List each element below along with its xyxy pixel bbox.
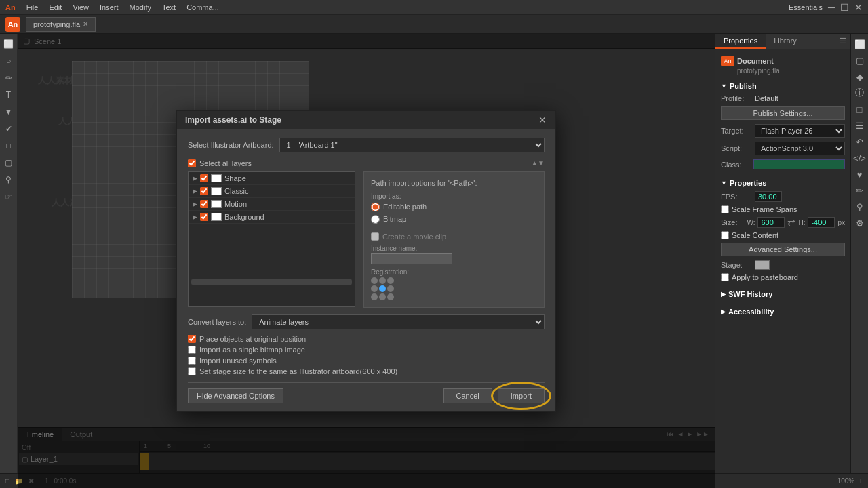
layer-check-motion[interactable] xyxy=(200,200,208,208)
class-input[interactable] xyxy=(753,159,845,169)
window-minimize[interactable]: ─ xyxy=(828,2,835,13)
advanced-settings-btn[interactable]: Advanced Settings... xyxy=(721,243,845,256)
rtool-3d[interactable]: ◆ xyxy=(852,69,867,84)
menu-text[interactable]: Text xyxy=(162,3,176,12)
h-value[interactable]: -400 xyxy=(808,217,835,228)
rtool-zoom[interactable]: ⚲ xyxy=(852,199,867,214)
menu-edit[interactable]: Edit xyxy=(49,3,62,12)
reg-dot-6[interactable] xyxy=(387,285,394,292)
script-select[interactable]: ActionScript 3.0 xyxy=(755,142,845,155)
fps-row: FPS: 30.00 xyxy=(721,189,845,204)
rtool-settings[interactable]: ⚙ xyxy=(852,216,867,230)
select-all-label[interactable]: Select all layers ▲▼ xyxy=(188,159,545,167)
radio-bitmap[interactable]: Bitmap xyxy=(371,215,537,224)
profile-row: Profile: Default xyxy=(721,92,845,104)
tab-properties[interactable]: Properties xyxy=(715,34,766,49)
menu-insert[interactable]: Insert xyxy=(100,3,119,12)
icon-shape[interactable]: ○ xyxy=(1,54,16,68)
layers-scrollbar[interactable] xyxy=(191,279,352,285)
left-icon-strip: ⬜ ○ ✏ T ▼ ✔ □ ▢ ⚲ ☞ xyxy=(0,34,18,488)
icon-eraser[interactable]: □ xyxy=(1,138,16,153)
swf-history-header[interactable]: ▶ SWF History xyxy=(721,288,845,300)
file-tab[interactable]: prototyping.fla ✕ xyxy=(26,17,96,32)
set-stage-size-label[interactable]: Set stage size to the same as Illustrato… xyxy=(188,367,545,375)
rtool-info[interactable]: ⓘ xyxy=(852,85,867,100)
reg-dot-1[interactable] xyxy=(371,277,378,284)
rtool-asset[interactable]: ♥ xyxy=(852,167,867,182)
rtool-align[interactable]: ☰ xyxy=(852,118,867,133)
essentials-label[interactable]: Essentials xyxy=(789,3,823,12)
import-unused-label[interactable]: Import unused symbols xyxy=(188,357,545,365)
create-movie-checkbox[interactable] xyxy=(371,232,379,241)
set-stage-size-checkbox[interactable] xyxy=(188,367,196,375)
status-zoom-in[interactable]: + xyxy=(859,477,863,485)
rtool-select[interactable]: ⬜ xyxy=(852,37,867,52)
swap-icon[interactable]: ⇄ xyxy=(787,217,795,228)
icon-pencil[interactable]: ✏ xyxy=(1,70,16,85)
radio-editable[interactable]: Editable path xyxy=(371,203,537,211)
layer-check-background[interactable] xyxy=(200,213,208,221)
status-icon-new[interactable]: □ xyxy=(5,477,9,485)
target-select[interactable]: Flash Player 26 xyxy=(755,124,845,138)
artboard-select[interactable]: 1 - "Artboard 1" xyxy=(279,138,545,152)
cancel-button[interactable]: Cancel xyxy=(443,388,492,403)
scale-frame-checkbox[interactable] xyxy=(721,205,729,214)
apply-pasteboard-checkbox[interactable] xyxy=(721,273,729,281)
rtool-transform[interactable]: □ xyxy=(852,102,867,117)
reg-dot-5[interactable] xyxy=(379,285,386,292)
import-single-bitmap-checkbox[interactable] xyxy=(188,346,196,354)
icon-text[interactable]: T xyxy=(1,87,16,102)
dialog-close-button[interactable]: ✕ xyxy=(538,115,547,125)
layer-check-shape[interactable] xyxy=(200,174,208,182)
import-unused-checkbox[interactable] xyxy=(188,357,196,365)
panel-menu-icon[interactable]: ☰ xyxy=(835,34,850,49)
place-original-checkbox[interactable] xyxy=(188,335,196,343)
publish-settings-btn[interactable]: Publish Settings... xyxy=(721,106,845,120)
status-zoom-out[interactable]: − xyxy=(829,477,833,485)
reg-dot-9[interactable] xyxy=(387,293,394,300)
rtool-pencil[interactable]: ✏ xyxy=(852,183,867,198)
reg-dot-8[interactable] xyxy=(379,293,386,300)
right-panel: Properties Library ☰ An Document prototy… xyxy=(715,34,850,488)
scale-content-checkbox[interactable] xyxy=(721,231,729,239)
window-close[interactable]: ✕ xyxy=(854,2,863,13)
layer-check-classic[interactable] xyxy=(200,187,208,195)
convert-select[interactable]: Animate layers Single Flash Layer Keyfra… xyxy=(252,314,545,329)
accessibility-header[interactable]: ▶ Accessibility xyxy=(721,306,845,318)
app-logo-text: An xyxy=(5,3,16,12)
app-header: An prototyping.fla ✕ xyxy=(0,15,868,34)
properties-subheader[interactable]: ▼ Properties xyxy=(721,177,845,189)
icon-eyedropper[interactable]: ✔ xyxy=(1,121,16,136)
file-tab-close[interactable]: ✕ xyxy=(83,20,88,28)
reg-dot-3[interactable] xyxy=(387,277,394,284)
radio-bitmap-input[interactable] xyxy=(371,215,380,224)
stage-color[interactable] xyxy=(755,260,770,270)
sort-icon[interactable]: ▲▼ xyxy=(531,159,545,167)
reg-dot-4[interactable] xyxy=(371,285,378,292)
publish-header[interactable]: ▼ Publish xyxy=(721,80,845,92)
select-all-checkbox[interactable] xyxy=(188,159,196,167)
import-single-bitmap-label[interactable]: Import as a single bitmap image xyxy=(188,346,545,354)
menu-command[interactable]: Comma... xyxy=(186,3,219,12)
icon-hand[interactable]: ☞ xyxy=(1,189,16,204)
rtool-code[interactable]: </> xyxy=(852,150,867,165)
rtool-history[interactable]: ↶ xyxy=(852,134,867,149)
reg-dot-7[interactable] xyxy=(371,293,378,300)
menu-file[interactable]: File xyxy=(26,3,39,12)
hide-advanced-button[interactable]: Hide Advanced Options xyxy=(188,388,283,403)
tab-library[interactable]: Library xyxy=(766,34,805,49)
import-button[interactable]: Import xyxy=(498,388,545,403)
icon-bucket[interactable]: ▼ xyxy=(1,104,16,119)
menu-modify[interactable]: Modify xyxy=(130,3,151,12)
radio-editable-input[interactable] xyxy=(371,203,380,211)
rtool-camera[interactable]: ▢ xyxy=(852,53,867,68)
fps-value[interactable]: 30.00 xyxy=(755,191,782,202)
icon-zoom[interactable]: ⚲ xyxy=(1,172,16,187)
w-value[interactable]: 600 xyxy=(757,217,785,228)
window-restore[interactable]: ☐ xyxy=(840,2,849,13)
icon-select[interactable]: ⬜ xyxy=(1,37,16,52)
reg-dot-2[interactable] xyxy=(379,277,386,284)
menu-view[interactable]: View xyxy=(73,3,89,12)
icon-camera[interactable]: ▢ xyxy=(1,155,16,170)
place-original-label[interactable]: Place objects at original position xyxy=(188,335,545,343)
